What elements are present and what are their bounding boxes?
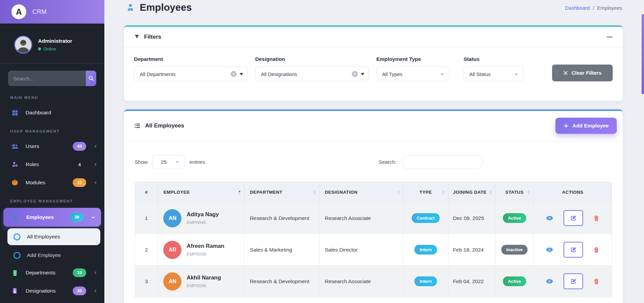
type-cell: Contract [403,202,448,234]
column-header-designation[interactable]: DESIGNATION▲▼ [319,182,404,202]
employees-card-header: All Employees Add Employee [124,111,623,141]
sidebar-subitem-all-employees[interactable]: All Employees [7,228,100,245]
column-header-type[interactable]: TYPE▲▼ [403,182,448,202]
delete-button[interactable] [592,214,601,223]
employee-id: EMP0046 [187,220,218,225]
page-scrollbar[interactable] [642,14,644,94]
sidebar-subitem-add-employee[interactable]: Add Employee [7,247,100,264]
avatar: AN [163,272,181,291]
sidebar-item-modules[interactable]: Modules 15 [0,174,104,192]
departments-building-icon [11,269,19,276]
roles-shield-icon [11,161,19,168]
avatar[interactable] [14,36,32,54]
collapse-filters-button[interactable] [605,34,614,40]
view-button[interactable] [544,276,555,287]
sidebar-item-departments[interactable]: Departments 10 [0,264,104,282]
employment-type-select[interactable]: All Types [376,67,449,81]
column-header-department[interactable]: DEPARTMENT▲▼ [244,182,319,202]
status-cell: Active [496,202,534,234]
roles-count: 4 [78,162,81,167]
view-button[interactable] [544,244,555,255]
circle-outline-icon [13,233,21,240]
filters-card-header: Filters [124,27,623,47]
chevron-left-icon [93,162,98,167]
table-row: 3 AN Akhil Narang EMP0036 Research & Dev… [135,266,612,297]
breadcrumb: Dashboard / Employees [565,5,622,11]
clear-select-icon[interactable]: ✕ [231,71,237,77]
employees-person-icon [126,3,135,12]
filters-title: Filters [144,34,161,40]
sidebar-search-input[interactable] [8,71,86,86]
filter-employment-type: Employment Type All Types [376,56,464,81]
employee-id: EMP0036 [187,283,221,288]
designation-select[interactable]: All Designations ✕ [255,67,369,81]
add-employee-button[interactable]: Add Employee [555,118,617,134]
chevron-down-icon [90,215,96,220]
chevron-left-icon [93,289,98,293]
employees-card-title: All Employees [145,122,184,129]
sidebar-search-button[interactable] [86,71,96,86]
table-search-input[interactable] [402,155,483,169]
circle-outline-icon [13,252,21,259]
view-button[interactable] [544,213,555,223]
row-number: 3 [135,266,158,297]
breadcrumb-dashboard-link[interactable]: Dashboard [565,5,589,11]
delete-button[interactable] [592,245,601,255]
status-cell: Active [496,266,534,297]
sidebar-item-designations[interactable]: Designations 39 [0,282,104,300]
employee-cell: AR Afreen Raman EMP0028 [158,234,244,266]
modules-cube-icon [11,179,19,186]
chevron-down-icon [440,72,445,77]
logo-letter: A [16,7,22,17]
table-header-row: # EMPLOYEE▲▼ DEPARTMENT▲▼ DESIGNATION▲▼ … [135,182,612,202]
search-icon [88,75,94,81]
sidebar-item-label: Users [26,143,66,149]
filter-designation: Designation All Designations ✕ [255,56,376,81]
page-title: Employees [126,2,192,13]
table-row: 2 AR Afreen Raman EMP0028 Sales & Market… [135,234,612,266]
department-select[interactable]: All Departments ✕ [134,67,248,81]
section-main-menu: MAIN MENU [0,88,104,104]
clear-filters-button[interactable]: Clear Filters [552,65,613,81]
column-header-joining-date[interactable]: JOINING DATE▲▼ [448,182,496,202]
column-header-employee[interactable]: EMPLOYEE▲▼ [158,182,244,202]
designations-count-badge: 39 [73,287,86,295]
joining-date-cell: Feb 04, 2022 [448,266,496,297]
page-header: Employees Dashboard / Employees [124,2,623,23]
filter-label: Employment Type [376,56,464,62]
column-header-status[interactable]: STATUS▲▼ [496,182,534,202]
status-badge: Inactive [501,245,528,255]
sidebar-item-roles[interactable]: Roles 4 [0,155,104,174]
type-badge: Contract [412,213,440,223]
row-number: 1 [135,202,158,234]
list-icon [134,122,141,129]
crm-logo-icon[interactable]: A [11,4,26,19]
sidebar-search [8,71,96,86]
avatar-photo-icon [15,37,31,53]
employees-person-icon [11,214,20,221]
department-cell: Research & Development [244,266,319,297]
sort-arrows-icon: ▲▼ [528,190,531,195]
edit-button[interactable] [564,242,583,258]
type-cell: Intern [403,234,448,266]
page-size-select[interactable]: 25 [152,155,185,169]
status-badge: Active [503,276,526,286]
users-icon [11,143,19,150]
edit-pencil-icon [570,278,577,285]
sidebar-item-employees[interactable]: Employees 39 [3,208,101,227]
sidebar-item-label: Designations [26,288,66,294]
status-select[interactable]: All Status [464,67,523,81]
sidebar-item-users[interactable]: Users 44 [0,137,104,155]
table-search-label: Search: [379,159,397,165]
sidebar: A CRM Administrator Online [0,0,104,303]
profile-block: Administrator Online [0,24,104,63]
edit-button[interactable] [564,273,583,289]
page-title-text: Employees [140,2,192,13]
delete-button[interactable] [592,277,601,286]
clear-select-icon[interactable]: ✕ [352,71,358,77]
table-search-group: Search: [379,155,483,169]
select-value: All Designations [261,71,352,77]
edit-pencil-icon [570,247,577,253]
edit-button[interactable] [564,210,583,226]
sidebar-item-dashboard[interactable]: Dashboard [0,104,104,122]
